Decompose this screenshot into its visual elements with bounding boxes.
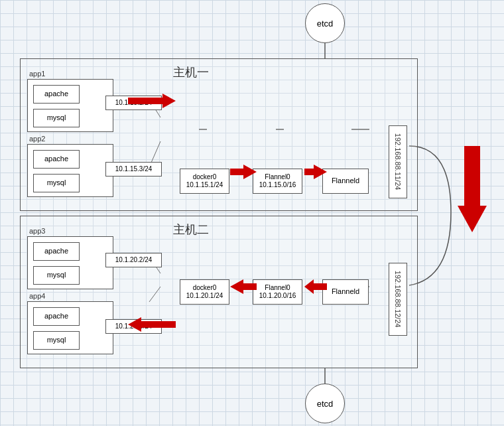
app1-label: app1: [29, 70, 45, 78]
svg-marker-19: [304, 279, 327, 294]
host1-label: 主机一: [173, 64, 209, 80]
svg-marker-22: [458, 146, 487, 232]
etcd-bottom-label: etcd: [317, 399, 334, 409]
svg-marker-21: [128, 317, 176, 332]
app2-group: app2 apache mysql: [27, 144, 113, 197]
ip2-box: 10.1.15.3/24: [105, 162, 162, 177]
app2-label: app2: [29, 135, 45, 143]
host2-docker0-box: docker010.1.20.1/24: [180, 279, 229, 305]
host1-flannel0-box: Flannel010.1.15.0/16: [253, 169, 302, 194]
app4-group: app4 apache mysql: [27, 301, 113, 354]
svg-marker-18: [304, 165, 327, 179]
host2-flannel0-box: Flannel010.1.20.0/16: [253, 279, 302, 305]
etcd-bottom: etcd: [305, 384, 345, 423]
etcd-top: etcd: [305, 3, 345, 43]
host1-flanneld-box: Flanneld: [322, 169, 369, 194]
diagram-container: etcd 主机一 app1 apache mysql 10.1.15.2/24 …: [0, 0, 504, 426]
host2-flanneld-box: Flanneld: [322, 279, 369, 305]
app4-apache-box: apache: [33, 307, 80, 326]
svg-marker-20: [230, 279, 257, 294]
host2-box: 主机二 app3 apache mysql 10.1.20.2/24 app4 …: [20, 216, 418, 368]
host1-docker0-box: docker010.1.15.1/24: [180, 169, 229, 194]
app2-mysql-box: mysql: [33, 174, 80, 192]
svg-marker-16: [128, 94, 176, 108]
host1-nic-box: 192.168.88.11/24: [389, 125, 407, 198]
host2-label: 主机二: [173, 222, 209, 238]
host2-nic-box: 192.168.88.12/24: [389, 263, 407, 336]
app4-label: app4: [29, 292, 45, 300]
app1-apache-box: apache: [33, 85, 80, 104]
host1-box: 主机一 app1 apache mysql 10.1.15.2/24 app2 …: [20, 58, 418, 211]
app3-apache-box: apache: [33, 242, 80, 261]
app3-mysql-box: mysql: [33, 266, 80, 285]
svg-marker-17: [230, 165, 257, 179]
app2-apache-box: apache: [33, 150, 80, 169]
app1-mysql-box: mysql: [33, 109, 80, 127]
red-arrow-vertical: [458, 146, 487, 232]
app4-mysql-box: mysql: [33, 331, 80, 350]
app3-group: app3 apache mysql: [27, 236, 113, 289]
ip3-box: 10.1.20.2/24: [105, 253, 162, 267]
app1-group: app1 apache mysql: [27, 79, 113, 132]
app3-label: app3: [29, 227, 45, 235]
etcd-top-label: etcd: [317, 19, 334, 29]
